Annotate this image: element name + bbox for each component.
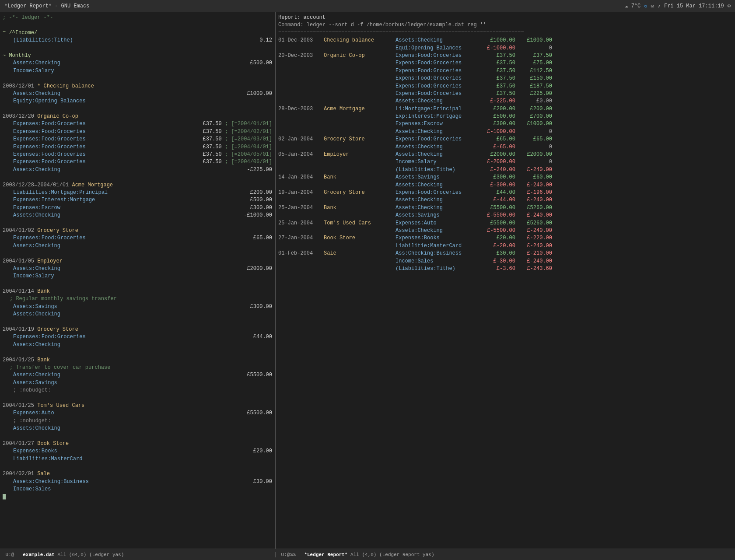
row-date: [278, 242, 322, 250]
row-amount: £1000.00: [480, 37, 515, 44]
row-payee: [324, 265, 394, 273]
row-running: £65.00: [517, 136, 552, 143]
list-item: Assets:Checking: [3, 311, 272, 318]
list-item: ~ Monthly: [3, 52, 272, 60]
row-account: Assets:Savings: [396, 174, 479, 181]
row-account: Expenses:Auto: [396, 220, 479, 227]
row-date: [278, 120, 322, 128]
row-payee: [324, 128, 394, 136]
row-running: £5260.00: [517, 204, 552, 212]
row-running: 0: [517, 45, 552, 52]
row-date: 20-Dec-2003: [278, 52, 322, 60]
list-item: Liabilities:MasterCard: [3, 455, 272, 463]
row-amount: £37.50: [480, 90, 515, 98]
row-payee: [324, 60, 394, 67]
list-item: Assets:Checking£1000.00: [3, 90, 272, 98]
refresh-icon[interactable]: ↻: [644, 3, 647, 9]
list-item: Assets:Checking£5500.00: [3, 371, 272, 379]
row-payee: Checking balance: [324, 37, 394, 44]
row-account: Liabilitie:MasterCard: [396, 242, 479, 250]
left-pane-editor[interactable]: ; -*- ledger -*- = /^Income/(Liabilities…: [0, 12, 276, 549]
row-account: (Liabilities:Tithe): [396, 265, 479, 273]
row-date: [278, 258, 322, 265]
list-item: 2004/01/19 Grocery Store: [3, 326, 272, 333]
table-row: Expens:Food:Groceries£37.50£225.00: [278, 90, 732, 98]
row-date: [278, 227, 322, 234]
row-running: £-240.00: [517, 212, 552, 219]
row-date: [278, 90, 322, 98]
row-payee: [324, 120, 394, 128]
row-running: £700.00: [517, 113, 552, 120]
list-item: Expenses:Interest:Mortgage£500.00: [3, 196, 272, 204]
table-row: (Liabilities:Tithe)£-240.00£-240.00: [278, 166, 732, 174]
row-payee: Employer: [324, 151, 394, 158]
audio-icon[interactable]: ♪: [658, 3, 661, 9]
status-right-mode2: (Ledger Report yas): [379, 552, 434, 557]
row-payee: Organic Co-op: [324, 52, 394, 60]
table-row: Expens:Food:Groceries£37.50£112.50: [278, 67, 732, 75]
row-amount: £37.50: [480, 83, 515, 90]
row-running: 0: [517, 158, 552, 166]
table-row: Expenses:Escrow£300.00£1000.00: [278, 120, 732, 128]
row-amount: £200.00: [480, 105, 515, 113]
row-date: 28-Dec-2003: [278, 105, 322, 113]
row-amount: £37.50: [480, 67, 515, 75]
list-item: Assets:Checking£500.00: [3, 60, 272, 67]
row-amount: £-65.00: [480, 144, 515, 151]
row-payee: Bank: [324, 204, 394, 212]
row-amount: £-1000.00: [480, 45, 515, 52]
right-pane-report[interactable]: Report: accountCommand: ledger --sort d …: [276, 12, 735, 549]
row-date: [278, 128, 322, 136]
list-item: [3, 220, 272, 227]
list-item: Liabilities:Mortgage:Principal£200.00: [3, 189, 272, 196]
list-item: [3, 432, 272, 440]
row-amount: £-2000.00: [480, 158, 515, 166]
row-date: 02-Jan-2004: [278, 136, 322, 143]
report-header: Report: account: [278, 14, 732, 21]
list-item: 2004/02/01 Sale: [3, 470, 272, 478]
row-amount: £300.00: [480, 174, 515, 181]
list-item: Assets:Checking-£1000.00: [3, 212, 272, 219]
row-date: 05-Jan-2004: [278, 151, 322, 158]
row-amount: £5500.00: [480, 204, 515, 212]
row-payee: Sale: [324, 250, 394, 257]
table-row: 14-Jan-2004BankAssets:Savings£300.00£60.…: [278, 174, 732, 181]
row-payee: Grocery Store: [324, 189, 394, 196]
list-item: Expenses:Food:Groceries£37.50 ; [=2004/0…: [3, 136, 272, 143]
list-item: [3, 45, 272, 52]
row-running: 0: [517, 144, 552, 151]
row-date: 25-Jan-2004: [278, 204, 322, 212]
row-payee: Acme Mortgage: [324, 105, 394, 113]
settings-icon[interactable]: ⚙: [728, 3, 731, 9]
status-left-mode2: (Ledger yas): [89, 552, 124, 557]
row-payee: Tom's Used Cars: [324, 220, 394, 227]
row-date: 01-Dec-2003: [278, 37, 322, 44]
table-row: 02-Jan-2004Grocery StoreExpens:Food:Groc…: [278, 136, 732, 143]
row-date: [278, 83, 322, 90]
row-date: [278, 45, 322, 52]
row-account: Assets:Checking: [396, 37, 479, 44]
row-date: [278, 98, 322, 105]
row-account: Expens:Food:Groceries: [396, 90, 479, 98]
list-item: 2004/01/05 Employer: [3, 258, 272, 265]
table-row: 25-Jan-2004Tom's Used CarsExpenses:Auto£…: [278, 220, 732, 227]
row-payee: [324, 182, 394, 189]
table-row: Income:Salary£-2000.000: [278, 158, 732, 166]
table-row: Assets:Checking£-225.00£0.00: [278, 98, 732, 105]
row-amount: £37.50: [480, 75, 515, 82]
row-account: Ass:Checking:Business: [396, 250, 479, 257]
row-running: 0: [517, 128, 552, 136]
row-running: £37.50: [517, 52, 552, 60]
row-account: Assets:Checking: [396, 204, 479, 212]
report-separator: ========================================…: [278, 29, 732, 37]
row-amount: £37.50: [480, 60, 515, 67]
row-amount: £65.00: [480, 136, 515, 143]
row-date: 27-Jan-2004: [278, 234, 322, 242]
mail-icon[interactable]: ✉: [651, 3, 654, 9]
table-row: 20-Dec-2003Organic Co-opExpens:Food:Groc…: [278, 52, 732, 60]
list-item: [3, 75, 272, 82]
row-account: Expens:Food:Groceries: [396, 189, 479, 196]
list-item: ; :nobudget:: [3, 387, 272, 394]
list-item: 2003/12/28=2004/01/01 Acme Mortgage: [3, 182, 272, 189]
row-payee: [324, 90, 394, 98]
